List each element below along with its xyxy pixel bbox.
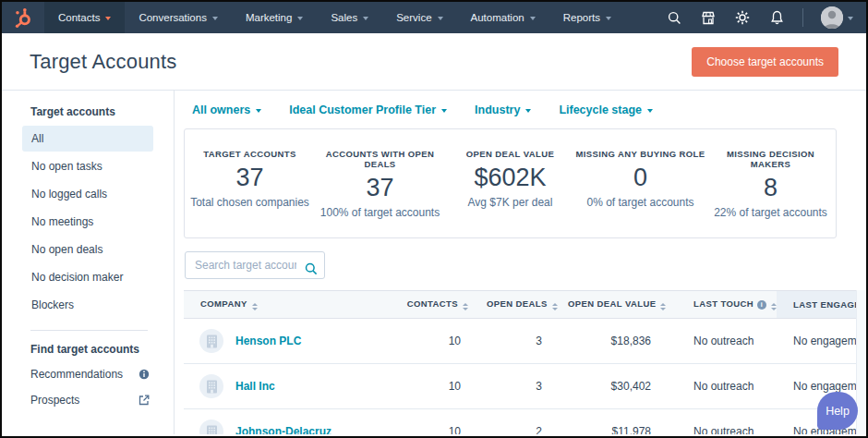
sidebar-item-no-meetings[interactable]: No meetings: [22, 209, 153, 235]
filter-ideal-customer-profile-tier[interactable]: Ideal Customer Profile Tier: [289, 103, 447, 116]
table-row[interactable]: Henson PLC 10 3 $18,836 No outreach No e…: [184, 319, 856, 364]
nav-divider: [802, 8, 803, 27]
nav-item-marketing[interactable]: Marketing: [232, 2, 318, 33]
stat-sublabel: 22% of target accounts: [705, 206, 836, 219]
search-box: [185, 256, 325, 272]
sidebar-item-all[interactable]: All: [22, 126, 153, 152]
nav-item-service[interactable]: Service: [382, 2, 456, 33]
open-deal-value-cell: $30,402: [568, 364, 677, 409]
nav-item-contacts[interactable]: Contacts: [44, 2, 125, 33]
filter-bar: All owners Ideal Customer Profile Tier I…: [184, 103, 866, 116]
main-content: All owners Ideal Customer Profile Tier I…: [175, 91, 866, 434]
filter-label: Industry: [475, 103, 520, 116]
column-label: LAST TOUCH: [693, 298, 753, 309]
table-zone: COMPANY CONTACTS OPEN DEALS OPEN DEAL VA…: [184, 290, 866, 434]
choose-target-accounts-button[interactable]: Choose target accounts: [692, 47, 838, 77]
sidebar-item-prospects[interactable]: Prospects: [22, 387, 150, 413]
accounts-table: COMPANY CONTACTS OPEN DEALS OPEN DEAL VA…: [184, 290, 856, 434]
nav-item-conversations[interactable]: Conversations: [125, 2, 232, 33]
filter-label: Ideal Customer Profile Tier: [289, 103, 436, 116]
nav-item-label: Sales: [331, 12, 357, 23]
chevron-down-icon: [212, 17, 218, 20]
search-icon[interactable]: [305, 262, 318, 279]
nav-item-label: Contacts: [58, 12, 100, 23]
account-menu[interactable]: [821, 6, 853, 29]
page-title: Target Accounts: [30, 50, 177, 74]
stat-value: 8: [705, 174, 836, 202]
sidebar-item-no-open-tasks[interactable]: No open tasks: [22, 153, 153, 179]
stat-label: MISSING ANY BUYING ROLE: [575, 149, 705, 159]
table-header-row: COMPANY CONTACTS OPEN DEALS OPEN DEAL VA…: [184, 291, 856, 319]
stat-label: ACCOUNTS WITH OPEN DEALS: [315, 149, 445, 169]
column-header-contacts[interactable]: CONTACTS: [405, 291, 487, 319]
search-icon[interactable]: [666, 9, 682, 26]
column-label: CONTACTS: [407, 298, 458, 309]
nav-item-sales[interactable]: Sales: [317, 2, 382, 33]
column-header-last-touch[interactable]: LAST TOUCHi: [677, 291, 777, 319]
column-header-open-deal-value[interactable]: OPEN DEAL VALUE: [568, 291, 677, 319]
page-header: Target Accounts Choose target accounts: [2, 33, 866, 91]
sort-icon[interactable]: [463, 303, 468, 310]
stat-sublabel: 100% of target accounts: [315, 206, 445, 219]
info-icon[interactable]: [139, 369, 150, 380]
stat-value: 37: [315, 174, 445, 202]
chevron-down-icon: [363, 17, 368, 20]
hubspot-logo-icon[interactable]: [2, 2, 44, 33]
table-row[interactable]: Johnson-Delacruz 10 2 $11,978 No outreac…: [184, 409, 856, 435]
nav-item-label: Conversations: [139, 12, 207, 23]
company-link[interactable]: Hall Inc: [235, 380, 275, 393]
search-row: [185, 251, 866, 279]
stat-sublabel: Avg $7K per deal: [445, 196, 575, 209]
stat-open-deal-value: OPEN DEAL VALUE $602K Avg $7K per deal: [445, 149, 575, 219]
summary-stats-card: TARGET ACCOUNTS 37 Total chosen companie…: [184, 128, 837, 238]
table-row[interactable]: Hall Inc 10 3 $30,402 No outreach No eng…: [184, 364, 856, 409]
help-button[interactable]: Help: [817, 392, 858, 430]
sidebar-divider: [30, 330, 148, 331]
page-body: Target accounts All No open tasks No log…: [2, 91, 866, 434]
chevron-down-icon: [256, 109, 261, 113]
nav-item-label: Reports: [563, 12, 600, 23]
sidebar-item-no-logged-calls[interactable]: No logged calls: [22, 181, 153, 207]
nav-utility-icons: [666, 2, 866, 33]
chevron-down-icon: [441, 109, 447, 113]
settings-icon[interactable]: [734, 9, 751, 26]
chevron-down-icon: [438, 17, 443, 20]
avatar[interactable]: [821, 6, 843, 29]
nav-item-automation[interactable]: Automation: [457, 2, 549, 33]
sort-icon[interactable]: [660, 303, 666, 310]
company-link[interactable]: Henson PLC: [235, 335, 301, 347]
column-header-open-deals[interactable]: OPEN DEALS: [487, 291, 568, 319]
nav-item-label: Automation: [471, 12, 524, 23]
sidebar-item-no-decision-maker[interactable]: No decision maker: [22, 264, 153, 290]
company-avatar-icon: [199, 420, 223, 434]
chevron-down-icon: [525, 109, 531, 113]
marketplace-icon[interactable]: [700, 9, 717, 26]
company-avatar-icon: [199, 374, 223, 398]
column-header-company[interactable]: COMPANY: [184, 291, 405, 319]
filter-industry[interactable]: Industry: [475, 103, 531, 116]
chevron-down-icon: [647, 109, 653, 113]
company-avatar-icon: [199, 329, 223, 353]
stat-accounts-with-open-deals: ACCOUNTS WITH OPEN DEALS 37 100% of targ…: [315, 149, 445, 219]
stat-sublabel: Total chosen companies: [185, 196, 315, 209]
info-icon[interactable]: i: [757, 300, 766, 310]
column-header-last-engagement[interactable]: LAST ENGAGEMENT: [777, 291, 856, 319]
sidebar-item-label: Recommendations: [30, 368, 123, 381]
sidebar-section-title: Target accounts: [2, 105, 174, 124]
notifications-icon[interactable]: [768, 9, 785, 26]
last-engagement-cell: No engagement: [777, 319, 856, 364]
nav-item-label: Marketing: [246, 12, 293, 23]
sidebar-item-recommendations[interactable]: Recommendations: [22, 361, 150, 387]
company-link[interactable]: Johnson-Delacruz: [235, 425, 332, 434]
sort-icon[interactable]: [771, 303, 777, 310]
sidebar-item-no-open-deals[interactable]: No open deals: [22, 237, 153, 262]
filter-all-owners[interactable]: All owners: [192, 103, 261, 116]
sidebar: Target accounts All No open tasks No log…: [2, 91, 175, 434]
nav-item-reports[interactable]: Reports: [549, 2, 625, 33]
sidebar-item-blockers[interactable]: Blockers: [22, 292, 153, 318]
external-link-icon: [139, 395, 150, 406]
filter-lifecycle-stage[interactable]: Lifecycle stage: [559, 103, 653, 116]
stat-value: 37: [185, 164, 315, 192]
sort-icon[interactable]: [252, 303, 258, 310]
sort-icon[interactable]: [552, 303, 558, 310]
